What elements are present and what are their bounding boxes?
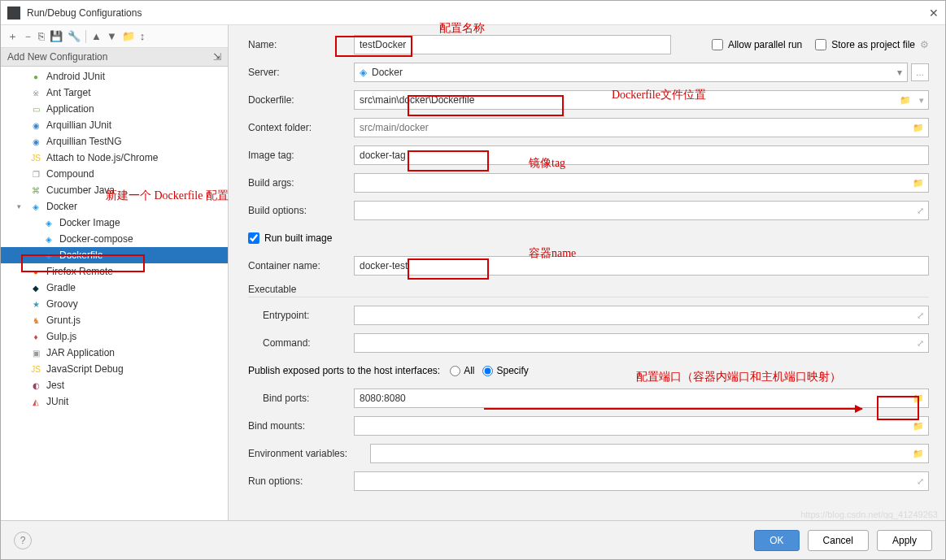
buildoptions-label: Build options: — [248, 205, 354, 216]
row-dockerfile: Dockerfile: 📁 ▾ — [248, 90, 929, 110]
config-header: Add New Configuration ⇲ — [1, 48, 228, 67]
tree-item-docker[interactable]: ▾◈Docker — [1, 198, 228, 215]
tree-item-jest[interactable]: ◐Jest — [1, 377, 228, 393]
publish-specify-radio[interactable]: Specify — [482, 365, 528, 376]
wrench-icon[interactable]: 🔧 — [68, 30, 81, 42]
publish-all-radio[interactable]: All — [450, 365, 474, 376]
tree-item-grunt-js[interactable]: ♞Grunt.js — [1, 312, 228, 328]
tree-item-ant-target[interactable]: ※Ant Target — [1, 85, 228, 101]
command-input[interactable] — [354, 333, 929, 353]
ok-button[interactable]: OK — [754, 530, 799, 551]
tree-item-javascript-debug[interactable]: JSJavaScript Debug — [1, 361, 228, 377]
row-context: Context folder: 📁 — [248, 118, 929, 137]
name-label: Name: — [248, 39, 354, 50]
publish-label: Publish exposed ports to the host interf… — [248, 365, 440, 376]
row-buildoptions: Build options: ⤢ — [248, 201, 929, 220]
tree-item-compound[interactable]: ❐Compound — [1, 166, 228, 182]
up-icon[interactable]: ▲ — [91, 30, 102, 42]
dockerfile-label: Dockerfile: — [248, 94, 354, 106]
container-input[interactable] — [354, 256, 929, 276]
save-icon[interactable]: 💾 — [50, 30, 63, 42]
executable-header: Executable — [248, 284, 929, 297]
row-envvars: Environment variables: 📁 — [248, 444, 929, 463]
buildargs-label: Build args: — [248, 177, 354, 189]
dialog-window: Run/Debug Configurations ✕ ＋ － ⎘ 💾 🔧 ▲ ▼… — [0, 0, 946, 560]
tree-item-arquillian-junit[interactable]: ◉Arquillian JUnit — [1, 117, 228, 133]
config-header-label: Add New Configuration — [7, 51, 107, 63]
runoptions-label: Run options: — [248, 475, 354, 487]
tree-item-attach-to-node-js-chrome[interactable]: JSAttach to Node.js/Chrome — [1, 150, 228, 166]
sort-icon[interactable]: ↕ — [140, 30, 146, 42]
row-entrypoint: Entrypoint: ⤢ — [248, 306, 929, 325]
context-input[interactable] — [354, 118, 929, 137]
row-bindmounts: Bind mounts: 📁 — [248, 416, 929, 436]
tree-item-cucumber-java[interactable]: ⌘Cucumber Java — [1, 182, 228, 198]
row-server: Server: ◈ Docker ▾ … — [248, 63, 929, 82]
buildargs-input[interactable] — [354, 173, 929, 193]
row-command: Command: ⤢ — [248, 333, 929, 353]
row-runbuilt: Run built image — [248, 228, 929, 248]
titlebar: Run/Debug Configurations ✕ — [1, 1, 945, 25]
app-icon — [7, 7, 20, 20]
remove-icon[interactable]: － — [23, 29, 33, 44]
tree-item-docker-compose[interactable]: ◈Docker-compose — [1, 231, 228, 247]
tree-item-application[interactable]: ▭Application — [1, 101, 228, 117]
tree-item-firefox-remote[interactable]: ●Firefox Remote — [1, 263, 228, 280]
row-imagetag: Image tag: — [248, 145, 929, 165]
config-toolbar: ＋ － ⎘ 💾 🔧 ▲ ▼ 📁 ↕ — [1, 25, 228, 48]
row-name: Name: Allow parallel run Store as projec… — [248, 35, 929, 54]
cancel-button[interactable]: Cancel — [808, 530, 869, 551]
dialog-body: ＋ － ⎘ 💾 🔧 ▲ ▼ 📁 ↕ Add New Configuration … — [1, 25, 945, 520]
command-label: Command: — [248, 337, 354, 349]
tree-item-junit[interactable]: ◭JUnit — [1, 393, 228, 410]
server-select[interactable]: ◈ Docker ▾ — [354, 63, 908, 82]
container-label: Container name: — [248, 260, 354, 271]
runbuilt-check[interactable]: Run built image — [248, 232, 332, 244]
collapse-icon[interactable]: ⇲ — [213, 51, 221, 63]
context-label: Context folder: — [248, 122, 354, 133]
window-title: Run/Debug Configurations — [27, 7, 914, 19]
row-publish: Publish exposed ports to the host interf… — [248, 361, 929, 380]
copy-icon[interactable]: ⎘ — [38, 30, 45, 42]
envvars-label: Environment variables: — [248, 448, 370, 459]
allow-parallel-checkbox[interactable] — [712, 39, 723, 50]
tree-item-arquillian-testng[interactable]: ◉Arquillian TestNG — [1, 133, 228, 150]
entrypoint-label: Entrypoint: — [248, 310, 354, 321]
down-icon[interactable]: ▼ — [107, 30, 117, 42]
bindports-input[interactable] — [354, 389, 929, 408]
tree-item-jar-application[interactable]: ▣JAR Application — [1, 345, 228, 361]
add-icon[interactable]: ＋ — [7, 29, 18, 44]
buildoptions-input[interactable] — [354, 201, 929, 220]
store-project-check[interactable]: Store as project file — [815, 39, 915, 50]
folder-icon[interactable]: 📁 — [122, 30, 135, 42]
name-input[interactable] — [354, 35, 671, 54]
server-label: Server: — [248, 67, 354, 78]
envvars-input[interactable] — [370, 444, 929, 463]
imagetag-label: Image tag: — [248, 150, 354, 161]
left-panel: ＋ － ⎘ 💾 🔧 ▲ ▼ 📁 ↕ Add New Configuration … — [1, 25, 229, 520]
bindmounts-input[interactable] — [354, 416, 929, 436]
bindmounts-label: Bind mounts: — [248, 420, 354, 432]
entrypoint-input[interactable] — [354, 306, 929, 325]
runoptions-input[interactable] — [354, 471, 929, 491]
help-button[interactable]: ? — [14, 532, 32, 549]
row-bindports: Bind ports: 📁 — [248, 389, 929, 408]
tree-item-gulp-js[interactable]: ♦Gulp.js — [1, 328, 228, 345]
row-runoptions: Run options: ⤢ — [248, 471, 929, 491]
close-icon[interactable]: ✕ — [914, 7, 939, 20]
allow-parallel-check[interactable]: Allow parallel run — [712, 39, 802, 50]
tree-item-docker-image[interactable]: ◈Docker Image — [1, 215, 228, 231]
apply-button[interactable]: Apply — [877, 530, 932, 551]
row-container: Container name: — [248, 256, 929, 276]
dockerfile-input[interactable] — [354, 90, 929, 110]
tree-item-android-junit[interactable]: ●Android JUnit — [1, 68, 228, 85]
store-project-checkbox[interactable] — [815, 39, 826, 50]
tree-item-dockerfile[interactable]: ◈Dockerfile — [1, 247, 228, 263]
runbuilt-checkbox[interactable] — [248, 232, 259, 244]
server-more-button[interactable]: … — [911, 63, 929, 81]
imagetag-input[interactable] — [354, 145, 929, 165]
tree-item-gradle[interactable]: ◆Gradle — [1, 280, 228, 296]
tree-item-groovy[interactable]: ★Groovy — [1, 296, 228, 312]
config-tree[interactable]: ●Android JUnit※Ant Target▭Application◉Ar… — [1, 67, 228, 520]
gear-icon[interactable]: ⚙ — [920, 39, 929, 50]
